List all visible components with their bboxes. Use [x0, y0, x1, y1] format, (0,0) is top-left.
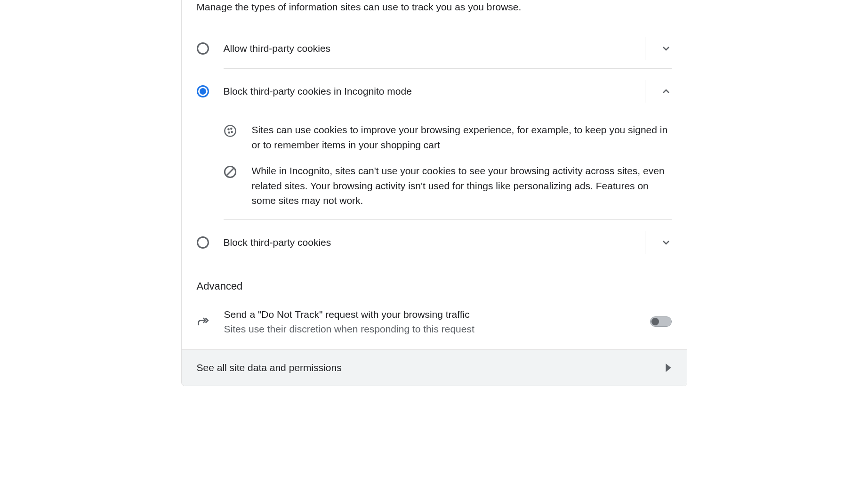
- chevron-up-icon: [660, 86, 672, 97]
- svg-point-3: [228, 132, 229, 133]
- svg-point-2: [231, 129, 232, 129]
- arrow-right-icon: [665, 364, 672, 372]
- dnt-toggle[interactable]: [650, 316, 672, 327]
- radio-block-third-party[interactable]: [197, 236, 209, 249]
- redirect-icon: [197, 315, 211, 329]
- cookie-icon: [224, 124, 237, 137]
- dnt-title: Send a "Do Not Track" request with your …: [224, 307, 637, 321]
- section-description: Manage the types of information sites ca…: [182, 0, 687, 29]
- svg-point-4: [231, 132, 232, 133]
- svg-point-1: [228, 129, 229, 130]
- chevron-down-icon: [660, 237, 672, 248]
- svg-marker-7: [666, 364, 671, 372]
- do-not-track-row: Send a "Do Not Track" request with your …: [182, 299, 687, 349]
- option-block-third-party[interactable]: Block third-party cookies: [182, 220, 687, 265]
- see-all-site-data-link[interactable]: See all site data and permissions: [182, 349, 687, 386]
- info-block-behavior: While in Incognito, sites can't use your…: [182, 158, 687, 219]
- radio-block-incognito[interactable]: [197, 85, 209, 97]
- option-label: Block third-party cookies in Incognito m…: [224, 86, 412, 97]
- footer-label: See all site data and permissions: [197, 362, 342, 373]
- toggle-knob: [651, 318, 659, 325]
- svg-point-0: [225, 126, 235, 137]
- block-icon: [224, 165, 237, 178]
- expand-toggle-incognito[interactable]: [645, 80, 672, 103]
- dnt-subtitle: Sites use their discretion when respondi…: [224, 322, 637, 336]
- option-block-incognito[interactable]: Block third-party cookies in Incognito m…: [182, 69, 687, 111]
- option-label: Allow third-party cookies: [224, 43, 331, 54]
- advanced-header: Advanced: [182, 265, 687, 299]
- info-text: Sites can use cookies to improve your br…: [252, 122, 672, 152]
- chevron-down-icon: [660, 43, 672, 54]
- settings-card: Manage the types of information sites ca…: [181, 0, 687, 386]
- option-allow-third-party[interactable]: Allow third-party cookies: [182, 29, 687, 68]
- expand-toggle-block[interactable]: [645, 231, 672, 254]
- radio-allow-third-party[interactable]: [197, 42, 209, 55]
- option-label: Block third-party cookies: [224, 237, 331, 248]
- svg-line-6: [226, 168, 233, 176]
- info-cookie-usage: Sites can use cookies to improve your br…: [182, 111, 687, 158]
- info-text: While in Incognito, sites can't use your…: [252, 163, 672, 208]
- expand-toggle-allow[interactable]: [645, 37, 672, 60]
